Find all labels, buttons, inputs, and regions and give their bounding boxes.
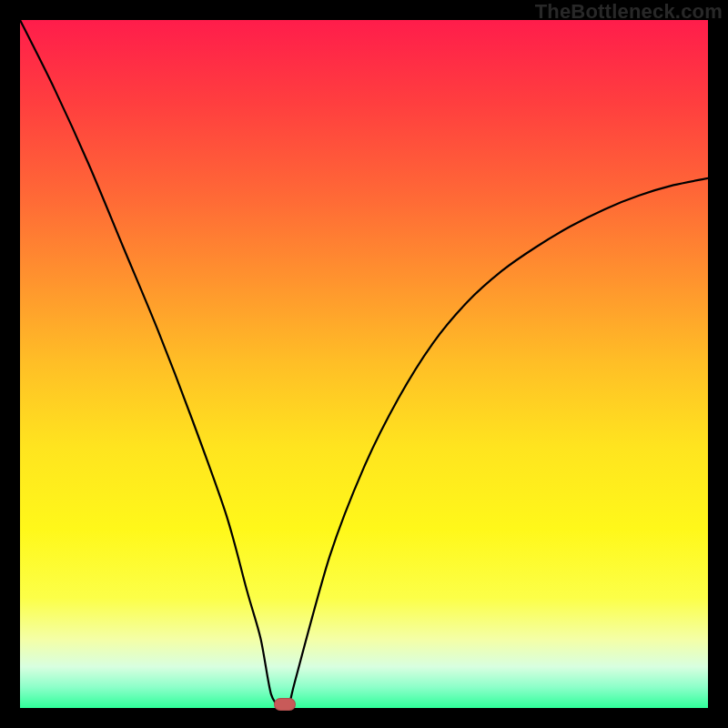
chart-frame: TheBottleneck.com bbox=[0, 0, 728, 728]
watermark-text: TheBottleneck.com bbox=[535, 0, 723, 24]
optimal-point-marker bbox=[274, 698, 296, 711]
plot-area bbox=[20, 20, 708, 708]
